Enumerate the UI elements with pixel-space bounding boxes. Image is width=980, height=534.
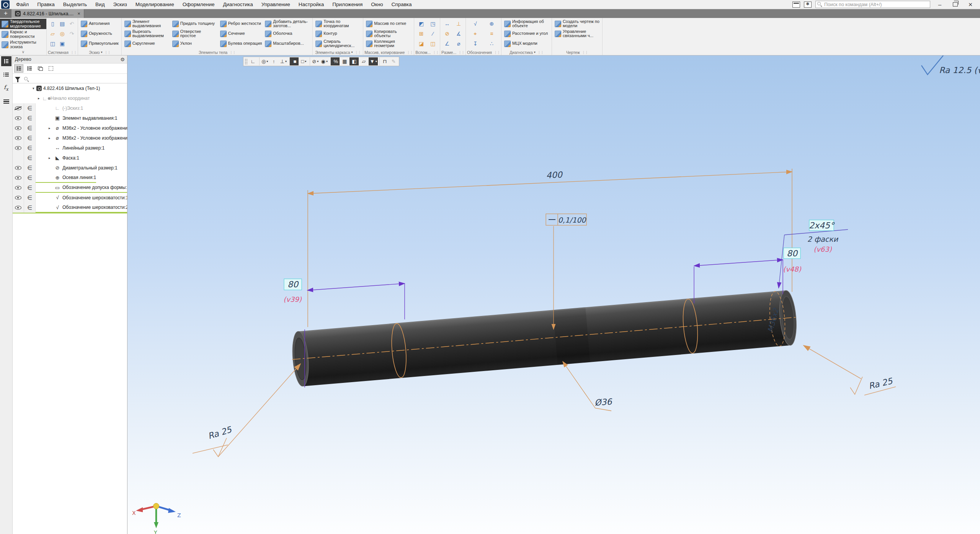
visibility-cell[interactable] (13, 143, 24, 153)
ribbon-group-label[interactable]: Элементы каркаса▾⋮⋮ (314, 49, 362, 55)
ribbon-button[interactable]: Массив по сетке (364, 19, 413, 29)
menu-item[interactable]: Окно (367, 0, 387, 9)
ribbon-group-label[interactable]: Обозначения▾⋮⋮ (467, 49, 500, 55)
menu-item[interactable]: Оформление (178, 0, 219, 9)
viewport-3d[interactable]: М36х2 400 80 (v39) 80 (v48) (127, 55, 980, 534)
ribbon-mode-item[interactable]: Каркас и поверхности (0, 29, 46, 39)
ribbon-group-label[interactable]: Массив, копирование▾⋮⋮ (364, 49, 413, 55)
notation-tool-icon[interactable]: ≡ (487, 29, 497, 38)
roughness-left-text[interactable]: Ra 25 (207, 425, 233, 441)
menu-item[interactable]: Диагностика (219, 0, 257, 9)
system-tool-icon[interactable]: ↷ (67, 29, 77, 38)
relation-cell[interactable]: ∈ (24, 133, 36, 143)
visibility-cell[interactable] (13, 193, 24, 203)
filter-icon[interactable] (15, 77, 20, 80)
ribbon-group-label[interactable]: Вспом...▾⋮⋮ (415, 49, 439, 55)
diameter-text[interactable]: Ø36 (594, 397, 613, 407)
expand-arrow-icon[interactable]: ▸ (49, 126, 52, 130)
menu-item[interactable]: Эскиз (109, 0, 131, 9)
ribbon-button[interactable]: Оболочка (263, 29, 311, 39)
panel-menu-button[interactable] (1, 96, 11, 106)
ribbon-group-label[interactable]: Разме...▾⋮⋮ (441, 49, 464, 55)
stud-model[interactable]: М36х2 (290, 290, 800, 387)
system-tool-icon[interactable]: ◎ (57, 29, 67, 38)
ribbon-group-label[interactable]: Элементы тела▾⋮⋮ (123, 49, 312, 55)
view-toolbar-button[interactable]: ⊓▾ (379, 57, 389, 65)
notation-tool-icon[interactable]: ↧ (470, 39, 480, 48)
relation-cell[interactable]: ∈ (24, 203, 36, 213)
notation-tool-icon[interactable]: ⊕ (487, 20, 497, 28)
view-toolbar-button[interactable]: ✎▾ (389, 57, 398, 65)
aux-tool-icon[interactable]: ◫ (428, 39, 438, 48)
mode-panel-collapse-chevron[interactable]: ∨ (0, 50, 46, 55)
tree-feature-item[interactable]: ∈ ▸ ⌀ М36х2 - Условное изображение рез (13, 133, 127, 143)
view-toolbar-button[interactable]: ∟▾ (248, 57, 258, 65)
tree-feature-item[interactable]: ∈ ⊘ Диаметральный размер:1 (13, 163, 127, 173)
relation-cell[interactable]: ∈ (24, 173, 36, 183)
dimension-80-left-text[interactable]: 80 (287, 280, 299, 289)
restore-button[interactable] (949, 0, 961, 9)
tree-panel-button[interactable] (1, 56, 11, 66)
ribbon-button[interactable]: Булева операция (219, 39, 264, 49)
ribbon-button[interactable]: Коллекция геометрии (364, 39, 413, 49)
gear-icon[interactable]: ⚙ (120, 57, 125, 62)
relation-cell[interactable]: ∈ (24, 123, 36, 133)
ribbon-button[interactable]: Ребро жесткости (219, 19, 264, 29)
command-search-input[interactable] (815, 1, 930, 8)
visibility-cell[interactable] (13, 203, 24, 213)
minimize-button[interactable]: – (934, 0, 946, 9)
stud-body[interactable] (298, 290, 791, 386)
tree-root-item[interactable]: ▾ 4.822.416 Шпилька (Тел-1) (13, 83, 127, 93)
notation-tool-icon[interactable]: ⌖ (470, 29, 480, 38)
system-tool-icon[interactable]: ▣ (57, 39, 67, 48)
view-toolbar-button[interactable]: ▾ (244, 58, 248, 65)
ribbon-group-label[interactable]: Чертеж▾⋮⋮ (553, 49, 601, 55)
document-tab[interactable]: 4.822.416 - Шпилька.... × (11, 9, 84, 18)
window-layout-icon[interactable] (792, 2, 800, 8)
relation-cell[interactable]: ∈ (24, 163, 36, 173)
ribbon-button[interactable]: Расстояние и угол (503, 29, 550, 39)
system-tool-icon[interactable]: ↶ (67, 20, 77, 28)
tree-feature-item[interactable]: ∈ √ Обозначение шероховатости:2 (13, 203, 127, 213)
expand-arrow-icon[interactable]: ▾ (33, 86, 36, 90)
menu-item[interactable]: Файл (12, 0, 33, 9)
view-toolbar-button[interactable]: ⊥▾ (279, 57, 288, 65)
dimension-tool-icon[interactable]: ∠ (443, 39, 452, 48)
visibility-cell[interactable] (13, 153, 24, 163)
ribbon-button[interactable]: Создать чертеж по модели (553, 19, 601, 29)
tree-feature-item[interactable]: ∈ ▣ Элемент выдавливания:1 (13, 113, 127, 123)
ribbon-button[interactable]: МЦХ модели (503, 39, 550, 49)
chamfer-note-text[interactable]: 2 фаски (807, 235, 839, 243)
ribbon-button[interactable]: Скругление (123, 39, 171, 49)
view-toolbar-button[interactable]: ⊘▾ (310, 57, 319, 65)
expand-arrow-icon[interactable]: ▸ (49, 136, 52, 140)
tree-feature-item[interactable]: ∈ ▸ ⌀ М36х2 - Условное изображение рез (13, 123, 127, 133)
window-settings-icon[interactable] (804, 2, 812, 8)
notation-tool-icon[interactable]: √ (470, 20, 480, 28)
relation-cell[interactable]: ∈ (24, 143, 36, 153)
view-toolbar-button[interactable]: ▼▾ (369, 57, 378, 65)
relation-cell[interactable]: ∈ (24, 153, 36, 163)
aux-tool-icon[interactable]: ∕ (428, 29, 438, 38)
view-toolbar-button[interactable]: ↑▾ (269, 57, 278, 65)
dimension-80-right-text[interactable]: 80 (787, 249, 798, 258)
view-toolbar-button[interactable]: %▾ (330, 57, 340, 65)
ribbon-button[interactable]: Отверстие простое (171, 29, 219, 39)
variables-panel-button[interactable]: fx (1, 83, 11, 93)
view-toolbar-button[interactable]: ▦▾ (340, 57, 349, 65)
tolerance-value-text[interactable]: 0,1/100 (558, 216, 587, 224)
tree-origin-item[interactable]: ▸ ∟ Начало координат (13, 93, 127, 103)
menu-item[interactable]: Настройка (294, 0, 328, 9)
tree-feature-item[interactable]: ∈ ▸ ◣ Фаска:1 (13, 153, 127, 163)
ribbon-button[interactable]: Копировать объекты (364, 29, 413, 39)
ribbon-mode-item[interactable]: Инструменты эскиза (0, 39, 46, 50)
menu-item[interactable]: Справка (387, 0, 416, 9)
tree-feature-item[interactable]: ∈ √ Обозначение шероховатости:1 (13, 193, 127, 203)
ribbon-group-label[interactable]: Эскиз▾⋮⋮ (79, 49, 120, 55)
relation-cell[interactable]: ∈ (24, 183, 36, 193)
view-toolbar-button[interactable]: ◉▾ (320, 57, 329, 65)
view-toolbar-button[interactable]: ■▾ (289, 57, 299, 65)
coordinate-triad[interactable]: X Z Y (132, 503, 181, 534)
ribbon-button[interactable]: Уклон (171, 39, 219, 49)
expand-arrow-icon[interactable]: ▸ (38, 96, 42, 100)
